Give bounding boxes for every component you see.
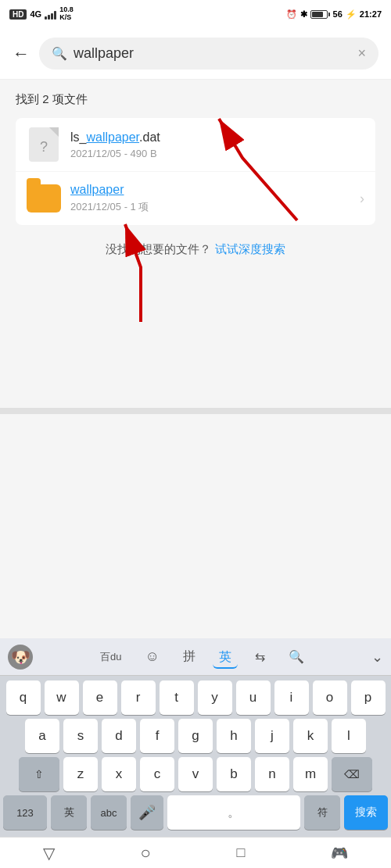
key-a[interactable]: a [25,719,59,753]
file-icon-dat: ? [29,127,59,162]
key-h[interactable]: h [217,719,251,753]
key-r[interactable]: r [121,680,156,715]
key-x[interactable]: x [102,757,136,791]
time-display: 21:27 [360,9,382,19]
keyboard-avatar: 🐶 [8,645,33,670]
toolbar-right: ⌄ [371,648,383,666]
key-m[interactable]: m [293,757,328,791]
charging-icon: ⚡ [346,9,357,20]
key-row-1: q w e r t y u i o p [3,680,388,715]
content-area: 找到 2 项文件 ? ls_wallpaper.dat 2021/12/05 -… [0,80,391,408]
battery-fill [312,12,323,17]
toolbar-emoji[interactable]: ☺ [139,644,166,670]
file-name-folder: wallpaper [70,183,360,197]
avatar-icon: 🐶 [11,648,30,666]
filename-prefix: ls_ [70,130,86,144]
section-divider [0,408,391,414]
key-s[interactable]: s [63,719,98,753]
key-g[interactable]: g [178,719,213,753]
battery-icon [310,10,330,19]
key-o[interactable]: o [313,680,347,715]
signal-bar-1 [45,16,47,20]
key-lang[interactable]: 英 [51,795,87,830]
result-count: 找到 2 项文件 [16,92,375,107]
file-icon-folder-container [27,181,61,216]
search-icon: 🔍 [52,46,67,61]
deep-search-text: 没找到想要的文件？ [106,242,211,255]
key-y[interactable]: y [198,680,232,715]
key-row-4: 123 英 abc 🎤 。 符 搜索 [3,795,388,830]
file-item-folder[interactable]: wallpaper 2021/12/05 - 1 项 › [16,172,375,225]
key-e[interactable]: e [83,680,117,715]
battery-percent: 56 [333,9,343,19]
key-mic[interactable]: 🎤 [131,795,163,830]
bottom-nav: ▽ ○ □ 🎮 [0,837,391,868]
toolbar-baidu[interactable]: 百du [94,645,127,669]
nav-back-button[interactable]: ▽ [43,844,55,863]
key-j[interactable]: j [255,719,289,753]
toolbar-items: 百du ☺ 拼 英 ⇆ 🔍 [94,644,310,670]
keyboard-section: 🐶 百du ☺ 拼 英 ⇆ 🔍 ⌄ q w e r t y u i o p [0,638,391,868]
key-q[interactable]: q [6,680,41,715]
bluetooth-icon: ✱ [300,9,307,20]
search-input[interactable]: wallpaper [74,45,351,62]
network-type: 4G [30,9,41,19]
status-left: HD 4G 10.8K/S [9,6,74,22]
key-row-2: a s d f g h j k l [3,719,388,753]
key-k[interactable]: k [293,719,328,753]
key-delete[interactable]: ⌫ [332,757,372,791]
alarm-icon: ⏰ [286,9,297,20]
key-i[interactable]: i [274,680,309,715]
deep-search-hint: 没找到想要的文件？ 试试深度搜索 [16,227,375,265]
filename-suffix: .dat [139,130,160,144]
toolbar-pinyin[interactable]: 拼 [177,644,202,670]
clear-button[interactable]: × [357,45,366,62]
file-info-folder: wallpaper 2021/12/05 - 1 项 [70,183,360,214]
file-meta-folder: 2021/12/05 - 1 项 [70,200,360,214]
key-shift[interactable]: ⇧ [19,757,59,791]
search-header: ← 🔍 wallpaper × [0,28,391,80]
search-box[interactable]: 🔍 wallpaper × [39,38,378,70]
game-icon[interactable]: 🎮 [331,845,348,862]
filename-highlight: wallpaper [86,130,139,144]
key-p[interactable]: p [351,680,386,715]
key-u[interactable]: u [236,680,271,715]
battery-tip [328,13,330,16]
key-n[interactable]: n [255,757,289,791]
file-name-dat: ls_wallpaper.dat [70,130,364,145]
key-symbol[interactable]: 符 [304,795,340,830]
key-123[interactable]: 123 [3,795,47,830]
nav-recents-button[interactable]: □ [237,845,246,861]
key-l[interactable]: l [332,719,366,753]
key-b[interactable]: b [217,757,251,791]
signal-bars [45,9,56,20]
hd-badge: HD [9,9,27,20]
signal-bar-2 [48,15,50,20]
key-f[interactable]: f [140,719,174,753]
key-d[interactable]: d [102,719,136,753]
file-meta-dat: 2021/12/05 - 490 B [70,148,364,159]
chevron-right-icon: › [360,191,364,207]
toolbar-search[interactable]: 🔍 [282,645,310,669]
key-c[interactable]: c [140,757,174,791]
toolbar-switch[interactable]: ⇆ [249,645,271,669]
signal-bar-3 [51,13,53,20]
key-t[interactable]: t [160,680,194,715]
key-z[interactable]: z [63,757,98,791]
key-space[interactable]: 。 [167,795,300,830]
key-v[interactable]: v [178,757,213,791]
key-abc[interactable]: abc [91,795,127,830]
back-button[interactable]: ← [13,44,30,64]
toolbar-left: 🐶 [8,645,33,670]
deep-search-link[interactable]: 试试深度搜索 [215,242,285,255]
file-item-dat[interactable]: ? ls_wallpaper.dat 2021/12/05 - 490 B [16,118,375,171]
key-w[interactable]: w [45,680,79,715]
network-speed: 10.8K/S [59,6,74,22]
nav-home-button[interactable]: ○ [141,843,151,863]
key-row-3: ⇧ z x c v b n m ⌫ [3,757,388,791]
status-bar: HD 4G 10.8K/S ⏰ ✱ 56 ⚡ 21:27 [0,0,391,28]
key-search-action[interactable]: 搜索 [344,795,388,830]
battery-body [310,10,328,19]
collapse-icon[interactable]: ⌄ [371,648,383,666]
toolbar-english[interactable]: 英 [213,645,238,669]
